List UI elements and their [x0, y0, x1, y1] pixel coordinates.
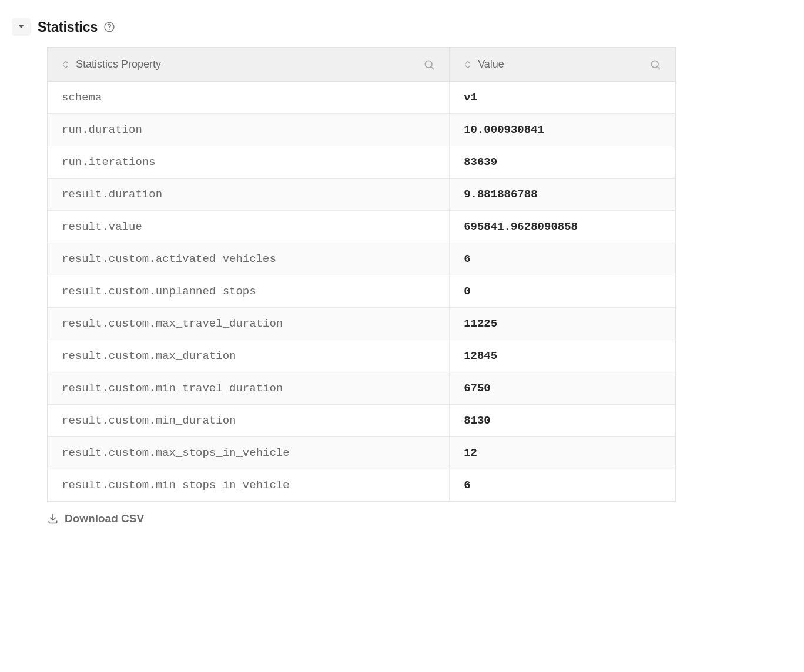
property-cell: result.custom.max_duration — [48, 340, 450, 372]
property-cell: result.custom.min_travel_duration — [48, 372, 450, 405]
value-cell: 9.881886788 — [450, 179, 676, 211]
property-cell: result.custom.max_stops_in_vehicle — [48, 437, 450, 469]
property-cell: result.custom.activated_vehicles — [48, 243, 450, 275]
svg-line-5 — [658, 66, 660, 69]
value-cell: 83639 — [450, 146, 676, 179]
value-cell: 6750 — [450, 372, 676, 405]
property-cell: schema — [48, 82, 450, 114]
value-cell: v1 — [450, 82, 676, 114]
table-row: result.custom.activated_vehicles6 — [48, 243, 676, 275]
property-cell: result.duration — [48, 179, 450, 211]
property-cell: result.custom.max_travel_duration — [48, 308, 450, 340]
value-cell: 0 — [450, 275, 676, 308]
property-cell: result.custom.min_stops_in_vehicle — [48, 469, 450, 502]
table-row: result.custom.max_duration12845 — [48, 340, 676, 372]
table-row: result.custom.min_duration8130 — [48, 405, 676, 437]
table-row: run.iterations83639 — [48, 146, 676, 179]
statistics-table: Statistics Property — [47, 47, 676, 502]
table-row: result.value695841.9628090858 — [48, 211, 676, 243]
help-icon[interactable] — [103, 21, 115, 33]
table-row: result.custom.max_stops_in_vehicle12 — [48, 437, 676, 469]
collapse-toggle[interactable] — [12, 18, 31, 36]
column-header-value[interactable]: Value — [450, 48, 676, 82]
table-row: result.custom.max_travel_duration11225 — [48, 308, 676, 340]
sort-icon[interactable] — [62, 60, 70, 69]
value-cell: 10.000930841 — [450, 114, 676, 146]
property-cell: run.iterations — [48, 146, 450, 179]
svg-point-1 — [109, 29, 110, 29]
value-cell: 6 — [450, 469, 676, 502]
section-title-group: Statistics — [38, 19, 115, 35]
search-icon[interactable] — [423, 59, 435, 70]
download-csv-label: Download CSV — [65, 512, 144, 525]
table-row: result.custom.unplanned_stops0 — [48, 275, 676, 308]
svg-line-3 — [431, 66, 434, 69]
table-row: run.duration10.000930841 — [48, 114, 676, 146]
column-header-value-label: Value — [478, 58, 504, 70]
value-cell: 8130 — [450, 405, 676, 437]
property-cell: result.custom.unplanned_stops — [48, 275, 450, 308]
chevron-down-icon — [18, 23, 25, 32]
column-header-property-label: Statistics Property — [76, 58, 161, 70]
value-cell: 12845 — [450, 340, 676, 372]
property-cell: run.duration — [48, 114, 450, 146]
value-cell: 695841.9628090858 — [450, 211, 676, 243]
value-cell: 12 — [450, 437, 676, 469]
table-header-row: Statistics Property — [48, 48, 676, 82]
column-header-property[interactable]: Statistics Property — [48, 48, 450, 82]
download-icon — [47, 513, 59, 525]
search-icon[interactable] — [649, 59, 661, 70]
value-cell: 11225 — [450, 308, 676, 340]
table-row: schemav1 — [48, 82, 676, 114]
property-cell: result.value — [48, 211, 450, 243]
property-cell: result.custom.min_duration — [48, 405, 450, 437]
table-row: result.custom.min_travel_duration6750 — [48, 372, 676, 405]
table-row: result.custom.min_stops_in_vehicle6 — [48, 469, 676, 502]
download-csv-button[interactable]: Download CSV — [47, 512, 144, 525]
sort-icon[interactable] — [464, 60, 472, 69]
section-title: Statistics — [38, 19, 98, 35]
table-row: result.duration9.881886788 — [48, 179, 676, 211]
section-header: Statistics — [12, 18, 676, 36]
value-cell: 6 — [450, 243, 676, 275]
